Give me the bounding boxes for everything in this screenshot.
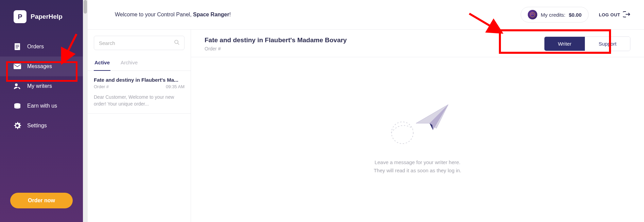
segment-writer-button[interactable]: Writer [544,37,585,51]
sidebar-item-my-writers[interactable]: My writers [0,76,83,96]
message-detail-panel: Fate and destiny in Flaubert's Madame Bo… [191,30,644,222]
brand-logo[interactable]: P PaperHelp [0,10,83,37]
avatar-icon [528,10,537,19]
conversation-preview: Dear Customer, Welcome to your new order… [94,94,185,107]
credits-label: My credits: [541,12,565,18]
empty-line-2: They will read it as soon as they log in… [374,166,462,175]
envelope-icon [14,63,21,70]
svg-rect-2 [16,46,19,47]
svg-rect-3 [16,48,18,48]
logout-button[interactable]: LOG OUT [599,11,630,19]
search-box[interactable] [94,36,185,50]
sidebar-item-earn[interactable]: Earn with us [0,96,83,116]
logo-mark: P [14,10,27,23]
detail-title: Fate and destiny in Flaubert's Madame Bo… [205,36,347,44]
coins-icon [14,102,21,110]
order-label-text: Order # [94,84,109,89]
detail-order-label: Order # [205,46,347,51]
sidebar-item-label: Earn with us [27,103,57,109]
welcome-suffix: ! [229,12,231,17]
credits-value: $0.00 [569,12,582,18]
logout-icon [623,11,630,19]
sidebar-item-label: Messages [27,63,52,69]
conversation-time: 09:35 AM [166,84,185,89]
gear-icon [14,122,21,129]
sidebar: P PaperHelp Orders Messages My writers E… [0,0,83,222]
empty-state: Leave a message for your writer here. Th… [191,57,644,222]
conversation-order-label: Order # [94,84,109,89]
svg-rect-1 [16,45,19,46]
order-now-button[interactable]: Order now [10,193,73,208]
conversation-title: Fate and destiny in Flaubert's Ma... [94,77,185,83]
credits-pill[interactable]: My credits: $0.00 [521,7,589,22]
svg-point-9 [175,40,178,44]
sidebar-item-messages[interactable]: Messages [0,57,83,76]
svg-point-7 [16,125,18,127]
main-panel: Welcome to your Control Panel, Space Ran… [88,0,644,222]
logout-label: LOG OUT [599,12,620,17]
welcome-text: Welcome to your Control Panel, Space Ran… [115,12,231,18]
tab-archive[interactable]: Archive [120,56,138,70]
segment-support-button[interactable]: Support [585,37,630,51]
tab-active[interactable]: Active [94,56,110,71]
search-input[interactable] [99,40,174,46]
welcome-prefix: Welcome to your Control Panel, [115,12,193,17]
detail-order-label-text: Order # [205,46,221,51]
empty-state-text: Leave a message for your writer here. Th… [374,158,462,175]
svg-rect-4 [14,64,21,69]
svg-point-11 [391,122,413,144]
tabs: Active Archive [88,56,191,71]
scrollbar-thumb[interactable] [84,0,87,14]
search-icon [174,39,179,46]
conversation-item[interactable]: Fate and destiny in Flaubert's Ma... Ord… [88,71,191,114]
sidebar-item-label: My writers [27,83,52,89]
recipient-toggle: Writer Support [544,36,630,51]
svg-line-10 [178,43,179,45]
sidebar-item-label: Orders [27,44,44,50]
file-icon [14,43,21,50]
topbar: Welcome to your Control Panel, Space Ran… [88,0,644,29]
svg-point-8 [530,12,535,17]
sidebar-item-label: Settings [27,123,47,129]
scrollbar[interactable] [83,0,88,222]
welcome-username: Space Ranger [193,12,229,17]
paper-plane-icon [384,105,452,149]
conversation-list-panel: Active Archive Fate and destiny in Flaub… [88,30,191,222]
sidebar-item-orders[interactable]: Orders [0,37,83,57]
logo-text: PaperHelp [31,13,63,20]
user-pen-icon [14,82,21,90]
empty-line-1: Leave a message for your writer here. [374,158,462,166]
sidebar-item-settings[interactable]: Settings [0,116,83,136]
svg-point-5 [15,83,18,86]
